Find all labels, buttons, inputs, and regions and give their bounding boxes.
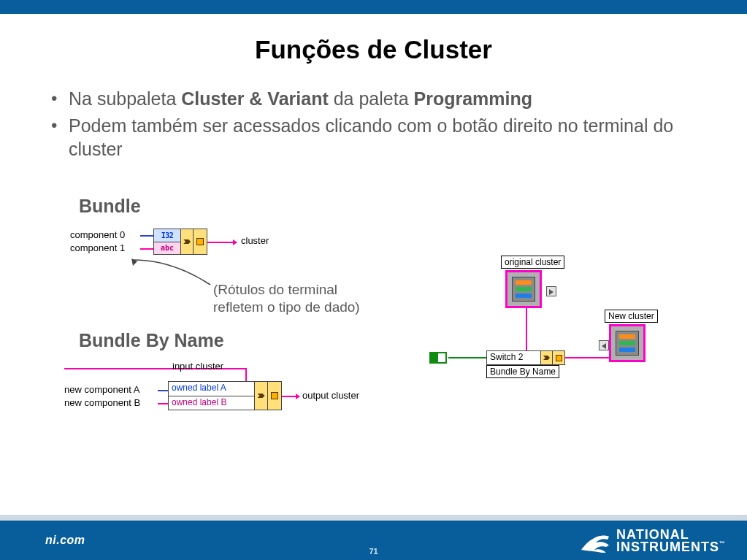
annotation-line: refletem o tipo de dado): [213, 299, 360, 316]
label-original-cluster: original cluster: [501, 256, 564, 269]
cluster-element-icon: [619, 348, 635, 352]
bullet-item-2: Podem também ser acessados clicando com …: [47, 115, 718, 161]
bundle-out-icon: [553, 351, 564, 364]
annotation-text: (Rótulos do terminal refletem o tipo de …: [213, 281, 360, 316]
footer-bar: ni.com 71 NATIONAL INSTRUMENTS™: [0, 521, 747, 560]
owned-label-a: owned label A: [169, 382, 255, 396]
slide: Funções de Cluster Na subpaleta Cluster …: [0, 0, 747, 560]
terminal-label-output-cluster: output cluster: [302, 390, 359, 401]
chevron-left-icon: [599, 340, 609, 350]
bbn-node-icon: Switch 2: [486, 350, 565, 365]
wire-pink: [158, 403, 168, 404]
bullet-text: da paleta: [329, 88, 414, 109]
terminal-label-comp1: component 1: [70, 242, 125, 253]
cluster-element-icon: [516, 280, 532, 285]
bullet-bold: Programming: [414, 88, 533, 109]
bbn-node-icon: owned label A owned label B: [168, 381, 282, 410]
brand-text: NATIONAL INSTRUMENTS™: [616, 529, 725, 553]
cluster-inner: [616, 331, 639, 356]
annotation-arrow: [129, 257, 216, 292]
cluster-element-icon: [516, 294, 532, 298]
bundle-arrow-icon: [181, 229, 194, 254]
slide-title: Funções de Cluster: [0, 35, 747, 64]
bundle-out-icon: [268, 382, 281, 410]
bundle-terminals: I32 abc: [154, 229, 181, 254]
bool-false-half: [438, 353, 445, 362]
annotation-line: (Rótulos do terminal: [213, 281, 360, 299]
owned-label-b: owned label B: [169, 396, 255, 410]
boolean-constant-icon: [429, 352, 447, 364]
bullet-list: Na subpaleta Cluster & Variant da paleta…: [47, 88, 718, 165]
bbn-diagram: input cluster new component A new compon…: [64, 361, 400, 419]
brand-logo: NATIONAL INSTRUMENTS™: [580, 528, 725, 554]
footer-site: ni.com: [45, 534, 85, 547]
brand-line2: INSTRUMENTS: [616, 540, 719, 554]
wire-pink: [565, 357, 609, 358]
wire-pink: [140, 248, 153, 250]
bool-true-half: [431, 353, 438, 362]
type-label-i32: I32: [154, 229, 181, 242]
cluster-indicator-icon: [609, 324, 646, 362]
ni-eagle-icon: [580, 528, 610, 554]
cluster-inner: [512, 277, 535, 302]
cluster-element-icon: [619, 341, 635, 345]
bundle-node-icon: I32 abc: [153, 229, 207, 255]
bundle-arrow-icon: [541, 351, 553, 364]
cluster-control-icon: [505, 270, 542, 308]
wire-green: [448, 357, 486, 358]
section-heading-bbn: Bundle By Name: [79, 330, 224, 351]
cluster-element-icon: [516, 287, 532, 291]
wire-pink: [245, 368, 247, 381]
page-number: 71: [369, 547, 378, 556]
terminal-label-comp0: component 0: [70, 229, 125, 240]
trademark-icon: ™: [719, 540, 725, 547]
bundle-arrow-icon: [255, 382, 268, 410]
header-bar: [0, 0, 747, 14]
terminal-label-newB: new component B: [64, 397, 140, 408]
wire-pink: [526, 308, 527, 350]
bbn-label-column: owned label A owned label B: [169, 382, 255, 410]
wire-pink-out: [282, 396, 299, 397]
bullet-bold: Cluster & Variant: [181, 88, 328, 109]
bullet-text: Na subpaleta: [69, 88, 181, 109]
bundle-out-icon: [194, 229, 207, 254]
cluster-element-icon: [619, 334, 635, 339]
type-label-abc: abc: [154, 242, 181, 255]
chevron-right-icon: [546, 286, 556, 296]
bullet-item-1: Na subpaleta Cluster & Variant da paleta…: [47, 88, 718, 110]
bbn-field-switch2: Switch 2: [487, 351, 541, 364]
footer-strip: [0, 515, 747, 521]
wire-blue: [158, 390, 168, 391]
label-new-cluster: New cluster: [605, 310, 658, 323]
terminal-label-input-cluster: input cluster: [172, 361, 223, 372]
wire-pink-out: [207, 242, 237, 243]
terminal-label-cluster: cluster: [241, 235, 269, 246]
labview-example: original cluster New cluster Switch: [429, 256, 692, 409]
label-bundle-by-name: Bundle By Name: [486, 365, 559, 378]
terminal-label-newA: new component A: [64, 384, 139, 395]
wire-blue: [140, 235, 153, 237]
section-heading-bundle: Bundle: [79, 196, 141, 217]
